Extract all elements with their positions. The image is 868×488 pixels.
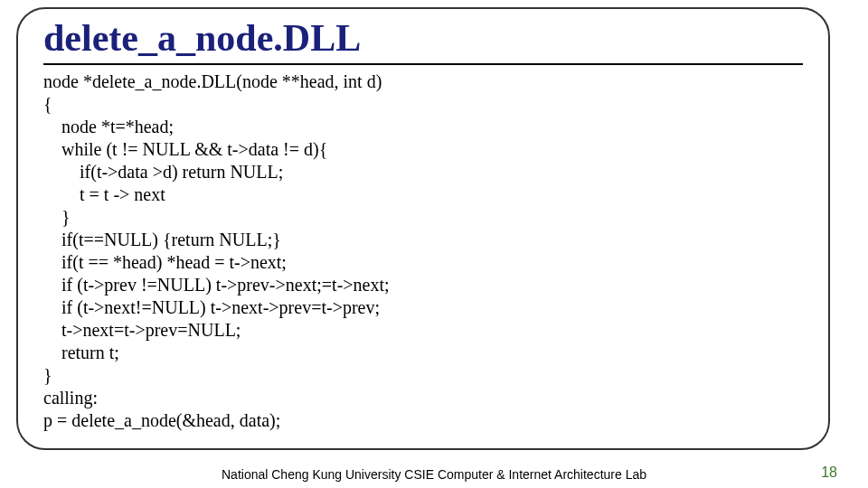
code-block: node *delete_a_node.DLL(node **head, int…: [43, 70, 803, 432]
title-underline: [43, 63, 803, 65]
slide-title: delete_a_node.DLL: [43, 16, 803, 60]
footer: National Cheng Kung University CSIE Comp…: [0, 467, 868, 483]
footer-text: National Cheng Kung University CSIE Comp…: [199, 467, 669, 483]
slide-frame: delete_a_node.DLL node *delete_a_node.DL…: [16, 7, 830, 450]
page-number: 18: [821, 465, 837, 481]
